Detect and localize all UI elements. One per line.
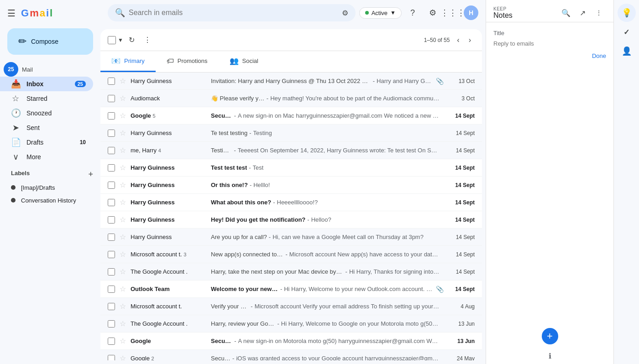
email-row[interactable]: ☆ Harry Guinness Test test test - Test 1… xyxy=(100,159,482,177)
sidebar-item-sent[interactable]: ➤ Sent xyxy=(0,120,93,135)
email-row[interactable]: ☆ Harry Guinness What about this one? - … xyxy=(100,194,482,211)
email-row[interactable]: ☆ Harry Guinness Or this one!? - Helllo!… xyxy=(100,177,482,194)
sidebar-item-starred[interactable]: ☆ Starred xyxy=(0,91,93,106)
sidebar-item-inbox[interactable]: 📥 Inbox 25 xyxy=(0,77,93,91)
star-icon[interactable]: ☆ xyxy=(120,337,126,345)
sidebar-item-drafts[interactable]: 📄 Drafts 10 xyxy=(0,135,93,150)
right-icon-tasks[interactable]: ✓ xyxy=(618,23,636,41)
star-icon[interactable]: ☆ xyxy=(120,267,126,276)
label-imap-drafts[interactable]: [Imap]/Drafts xyxy=(0,181,93,194)
star-icon[interactable]: ☆ xyxy=(120,181,126,189)
email-checkbox[interactable] xyxy=(108,199,115,206)
email-row[interactable]: ☆ Harry Guinness Te test testing - Testi… xyxy=(100,125,482,142)
email-checkbox[interactable] xyxy=(108,268,115,276)
search-input[interactable] xyxy=(129,9,338,17)
email-row[interactable]: ☆ me, Harry 4 Testing test - Teeeest On … xyxy=(100,142,482,159)
email-checkbox[interactable] xyxy=(108,234,115,241)
email-sender: Harry Guinness xyxy=(131,130,207,136)
email-row[interactable]: ☆ Harry Guinness Are you up for a call? … xyxy=(100,229,482,246)
star-icon[interactable]: ☆ xyxy=(120,319,126,328)
email-checkbox[interactable] xyxy=(108,216,115,224)
keep-more-button[interactable]: ⋮ xyxy=(592,5,606,20)
label-conversation-history[interactable]: Conversation History xyxy=(0,194,93,207)
email-date: 14 Sept xyxy=(447,113,475,119)
keep-add-button[interactable]: + xyxy=(542,328,558,344)
tab-primary[interactable]: 📧 Primary xyxy=(100,51,156,72)
status-badge[interactable]: Active ▼ xyxy=(359,7,402,19)
select-dropdown-icon[interactable]: ▼ xyxy=(118,37,123,43)
email-row[interactable]: ☆ The Google Account . Harry, take the n… xyxy=(100,263,482,281)
email-list: ☆ Harry Guinness Invitation: Harry and H… xyxy=(100,73,482,360)
email-checkbox[interactable] xyxy=(108,112,115,120)
search-box[interactable]: 🔍 ⚙ xyxy=(108,4,356,21)
compose-button[interactable]: ✏ Compose xyxy=(7,28,93,55)
email-checkbox[interactable] xyxy=(108,147,115,154)
star-icon[interactable]: ☆ xyxy=(120,77,126,85)
star-icon[interactable]: ☆ xyxy=(120,198,126,207)
email-checkbox[interactable] xyxy=(108,320,115,328)
keep-search-button[interactable]: 🔍 xyxy=(559,5,573,20)
star-icon[interactable]: ☆ xyxy=(120,111,126,120)
star-icon[interactable]: ☆ xyxy=(120,163,126,172)
add-label-button[interactable]: + xyxy=(88,170,93,179)
email-checkbox[interactable] xyxy=(108,303,115,310)
email-row[interactable]: ☆ Microsoft account t. Verify your email… xyxy=(100,298,482,315)
email-checkbox[interactable] xyxy=(108,130,115,137)
email-snippet: Hey matheg! You're about to be part of t… xyxy=(270,95,440,102)
right-icon-contacts[interactable]: 👤 xyxy=(618,42,636,60)
star-icon[interactable]: ☆ xyxy=(120,146,126,155)
next-page-button[interactable]: › xyxy=(465,33,475,47)
settings-button[interactable]: ⚙ xyxy=(424,4,442,22)
star-icon[interactable]: ☆ xyxy=(120,354,126,360)
star-icon[interactable]: ☆ xyxy=(120,94,126,103)
right-icon-keep[interactable]: 💡 xyxy=(618,4,636,22)
email-row[interactable]: ☆ Google Security alert - A new sign-in … xyxy=(100,333,482,350)
keep-open-button[interactable]: ↗ xyxy=(575,5,590,20)
email-row[interactable]: ☆ Outlook Team Welcome to your new Outlo… xyxy=(100,281,482,298)
email-checkbox[interactable] xyxy=(108,251,115,258)
help-button[interactable]: ? xyxy=(403,4,422,22)
keep-info-button[interactable]: ℹ xyxy=(486,348,613,364)
email-row[interactable]: ☆ Harry Guinness Hey! Did you get the no… xyxy=(100,211,482,229)
email-checkbox[interactable] xyxy=(108,286,115,293)
tab-social[interactable]: 👥 Social xyxy=(219,51,269,72)
email-checkbox[interactable] xyxy=(108,182,115,189)
email-checkbox[interactable] xyxy=(108,95,115,102)
star-icon[interactable]: ☆ xyxy=(120,285,126,293)
email-checkbox[interactable] xyxy=(108,355,115,361)
avatar[interactable]: H xyxy=(464,5,478,20)
keep-done-button[interactable]: Done xyxy=(592,51,606,61)
search-filter-icon[interactable]: ⚙ xyxy=(342,9,348,17)
star-icon[interactable]: ☆ xyxy=(120,250,126,259)
tab-promotions[interactable]: 🏷 Promotions xyxy=(156,51,219,72)
sidebar-item-mail-icon[interactable]: 25 Mail xyxy=(0,62,93,77)
star-icon[interactable]: ☆ xyxy=(120,129,126,137)
email-checkbox[interactable] xyxy=(108,164,115,172)
email-row[interactable]: ☆ Google 5 Security alert - A new sign-i… xyxy=(100,107,482,125)
email-row[interactable]: ☆ Harry Guinness Invitation: Harry and H… xyxy=(100,73,482,90)
email-snippet: Microsoft account Verify your email addr… xyxy=(255,303,440,310)
email-row[interactable]: ☆ The Google Account . Harry, review you… xyxy=(100,315,482,333)
email-date: 4 Aug xyxy=(447,303,475,310)
star-icon[interactable]: ☆ xyxy=(120,215,126,224)
email-separator: - xyxy=(307,216,309,223)
email-checkbox[interactable] xyxy=(108,338,115,345)
email-row[interactable]: ☆ Google 2 Security alert - iOS was gran… xyxy=(100,350,482,360)
compose-plus-icon: ✏ xyxy=(18,36,26,47)
email-row[interactable]: ☆ Audiomack 👋 Please verify your email a… xyxy=(100,90,482,107)
sidebar-item-more[interactable]: ∨ More xyxy=(0,150,93,164)
star-icon[interactable]: ☆ xyxy=(120,233,126,241)
keep-note-input[interactable] xyxy=(493,40,606,47)
gmail-logo: G m a i l xyxy=(21,7,52,19)
apps-button[interactable]: ⋮⋮⋮ xyxy=(444,4,462,22)
hamburger-icon[interactable]: ☰ xyxy=(7,8,16,19)
status-chevron-icon: ▼ xyxy=(390,10,396,16)
star-icon[interactable]: ☆ xyxy=(120,302,126,311)
sidebar-item-snoozed[interactable]: 🕐 Snoozed xyxy=(0,106,93,120)
select-all-checkbox[interactable] xyxy=(108,36,116,44)
refresh-button[interactable]: ↻ xyxy=(125,33,138,47)
email-checkbox[interactable] xyxy=(108,78,115,85)
email-row[interactable]: ☆ Microsoft account t. 3 New app(s) conn… xyxy=(100,246,482,263)
prev-page-button[interactable]: ‹ xyxy=(453,33,463,47)
more-options-button[interactable]: ⋮ xyxy=(140,33,155,47)
